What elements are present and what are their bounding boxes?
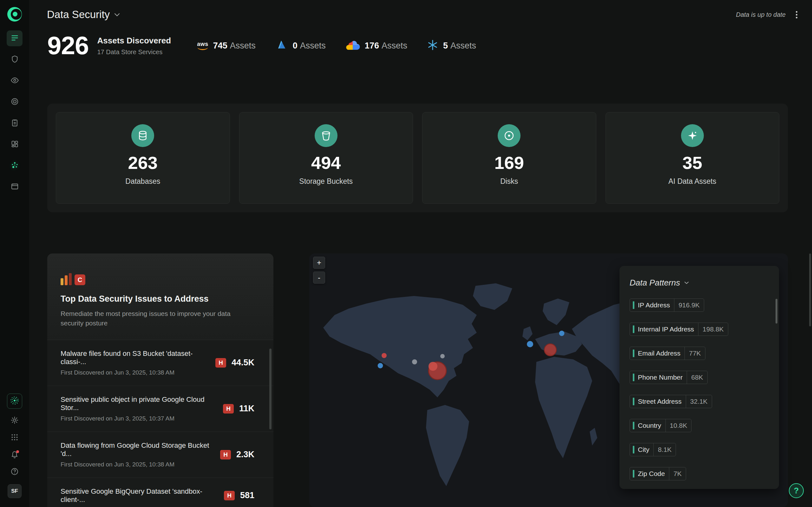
- chevron-down-icon: [114, 13, 120, 16]
- issue-discovered-date: First Discovered on Jun 3, 2025, 10:38 A…: [61, 369, 215, 376]
- more-options-button[interactable]: [794, 9, 799, 20]
- summary-card-storage-buckets[interactable]: 494 Storage Buckets: [239, 112, 413, 204]
- gcp-count: 176: [365, 41, 379, 50]
- top-issues-description: Remediate the most pressing issues to im…: [61, 309, 248, 328]
- map-marker-cluster[interactable]: [544, 344, 556, 356]
- gear-icon: [10, 416, 19, 426]
- issues-scrollbar[interactable]: [269, 349, 271, 429]
- pattern-accent-bar: [633, 326, 635, 333]
- provider-stat-aws[interactable]: aws 745Assets: [197, 41, 256, 51]
- grid-apps-icon: [10, 433, 19, 443]
- help-fab-button[interactable]: ?: [789, 483, 804, 498]
- data-pattern-chip[interactable]: Internal IP Address198.8K: [629, 323, 728, 336]
- sidebar-item-visibility[interactable]: [7, 73, 22, 89]
- azure-count: 0: [293, 41, 298, 50]
- bucket-icon: [315, 124, 338, 147]
- map-marker[interactable]: [378, 363, 383, 369]
- database-icon: [131, 124, 154, 147]
- summary-card-ai-data-assets[interactable]: 35 AI Data Assets: [606, 112, 780, 204]
- summary-card-disks[interactable]: 169 Disks: [422, 112, 596, 204]
- app-logo[interactable]: [7, 7, 22, 21]
- map-marker[interactable]: [382, 353, 387, 358]
- severity-badge: H: [220, 450, 231, 459]
- data-pattern-chip[interactable]: Zip Code7K: [629, 467, 686, 481]
- pattern-count: 198.8K: [699, 326, 728, 333]
- aws-icon: aws: [197, 41, 208, 50]
- sidebar-item-data-security[interactable]: [7, 158, 22, 174]
- data-pattern-chip[interactable]: IP Address916.9K: [629, 298, 704, 312]
- map-marker[interactable]: [440, 354, 445, 358]
- pattern-count: 10.8K: [666, 422, 692, 429]
- pattern-label: City: [638, 446, 653, 453]
- data-pattern-chip[interactable]: Street Address32.1K: [629, 395, 712, 408]
- pattern-accent-bar: [633, 301, 635, 309]
- help-button[interactable]: [8, 465, 21, 479]
- total-assets-value: 926: [47, 33, 89, 58]
- sidebar-bottom: SF: [7, 394, 22, 498]
- sidebar-item-overview[interactable]: [7, 31, 22, 46]
- map-marker[interactable]: [412, 359, 417, 364]
- data-patterns-header[interactable]: Data Patterns: [629, 278, 769, 288]
- page-scrollbar[interactable]: [809, 253, 811, 326]
- pattern-label: Country: [638, 422, 665, 429]
- pattern-label: Phone Number: [638, 374, 687, 381]
- map-marker[interactable]: [527, 341, 533, 347]
- radar-icon: [10, 396, 19, 406]
- issue-list-item[interactable]: Data flowing from Google Cloud Storage B…: [47, 432, 273, 478]
- gcp-unit: Assets: [382, 41, 407, 50]
- pattern-accent-bar: [633, 422, 635, 429]
- issue-title: Malware files found on S3 Bucket 'datase…: [61, 349, 215, 366]
- issue-count: 44.5K: [232, 358, 254, 368]
- pattern-accent-bar: [633, 349, 635, 357]
- list-dashboard-icon: [10, 34, 19, 43]
- snowflake-count: 5: [443, 41, 448, 50]
- disk-icon: [498, 124, 520, 147]
- map-zoom-controls: + -: [313, 257, 325, 284]
- provider-stat-google-cloud[interactable]: 176Assets: [345, 40, 407, 51]
- provider-stat-azure[interactable]: 0Assets: [275, 39, 326, 53]
- data-patterns-title: Data Patterns: [629, 278, 680, 288]
- data-pattern-chip[interactable]: City8.1K: [629, 443, 676, 456]
- map-marker[interactable]: [559, 331, 565, 336]
- sidebar-item-reports[interactable]: [7, 115, 22, 131]
- issue-list-item[interactable]: Malware files found on S3 Bucket 'datase…: [47, 340, 273, 386]
- sidebar-item-inventory[interactable]: [7, 136, 22, 153]
- title-dropdown[interactable]: [114, 13, 120, 16]
- zoom-out-button[interactable]: -: [313, 272, 325, 284]
- ai-sparkle-icon: [681, 124, 704, 147]
- apps-button[interactable]: [8, 431, 21, 445]
- asset-summary-panel: 263 Databases 494 Storage Buckets 169 Di…: [47, 104, 788, 212]
- issue-list-item[interactable]: Sensitive Google BigQuery Dataset 'sandb…: [47, 478, 273, 507]
- data-status-text: Data is up to date: [736, 11, 786, 18]
- data-pattern-chip[interactable]: Country10.8K: [629, 419, 692, 432]
- aws-unit: Assets: [230, 41, 256, 50]
- sidebar-item-security[interactable]: [7, 52, 22, 67]
- user-avatar[interactable]: SF: [8, 484, 21, 498]
- pattern-count: 68K: [687, 374, 707, 381]
- pattern-accent-bar: [633, 374, 635, 381]
- data-pattern-chip[interactable]: Email Address77K: [629, 347, 705, 360]
- disks-label: Disks: [500, 177, 518, 186]
- patterns-scrollbar[interactable]: [775, 299, 777, 324]
- snowflake-unit: Assets: [450, 41, 476, 50]
- zoom-in-button[interactable]: +: [313, 257, 325, 269]
- severity-badge: H: [223, 404, 234, 413]
- settings-button[interactable]: [8, 414, 21, 428]
- window-icon: [10, 182, 19, 192]
- pattern-count: 32.1K: [686, 398, 712, 405]
- sidebar-item-browser[interactable]: [7, 179, 22, 195]
- notifications-button[interactable]: [8, 448, 21, 462]
- summary-card-databases[interactable]: 263 Databases: [56, 112, 230, 204]
- data-pattern-chip[interactable]: Phone Number68K: [629, 371, 708, 384]
- notification-dot: [16, 450, 19, 453]
- top-issues-title: Top Data Security Issues to Address: [61, 294, 260, 304]
- top-issues-panel: C Top Data Security Issues to Address Re…: [47, 253, 273, 507]
- issue-list-item[interactable]: Sensitive public object in private Googl…: [47, 386, 273, 432]
- scan-launcher-button[interactable]: [7, 394, 22, 409]
- sidebar-item-detections[interactable]: [7, 94, 22, 110]
- map-marker[interactable]: [428, 362, 438, 371]
- assets-stats: 926 Assets Discovered 17 Data Store Serv…: [47, 33, 476, 58]
- provider-stat-snowflake[interactable]: 5Assets: [427, 39, 476, 52]
- storage-buckets-label: Storage Buckets: [299, 177, 353, 186]
- total-assets-label: Assets Discovered: [97, 36, 171, 46]
